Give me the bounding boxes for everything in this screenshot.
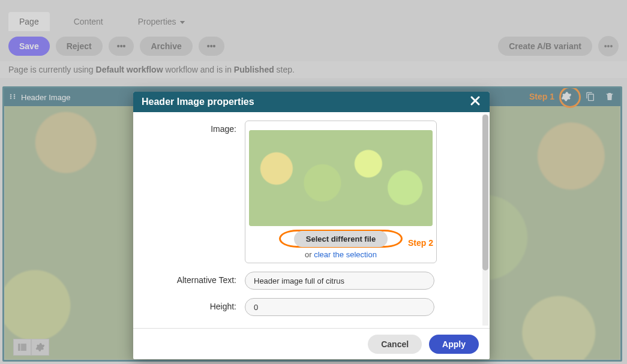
- apply-label: Apply: [442, 339, 466, 349]
- widget-title: Header Image: [21, 93, 70, 102]
- create-ab-button[interactable]: Create A/B variant: [498, 37, 592, 56]
- svg-point-1: [14, 94, 16, 95]
- svg-point-5: [14, 95, 16, 97]
- widget-delete-button[interactable]: [605, 92, 614, 103]
- ellipsis-icon: •••: [604, 41, 613, 51]
- scrollbar-thumb[interactable]: [482, 115, 488, 270]
- dropdown-icon: [178, 17, 185, 26]
- archive-button[interactable]: Archive: [140, 37, 192, 56]
- canvas-layout-button[interactable]: [13, 339, 31, 356]
- toolbar-more-button[interactable]: •••: [598, 36, 619, 56]
- workflow-mid: workflow and is in: [163, 65, 234, 74]
- modal-footer: Cancel Apply: [133, 328, 490, 359]
- label-image: Image:: [144, 121, 245, 134]
- tab-properties-label: Properties: [138, 17, 176, 26]
- tab-content-label: Content: [74, 17, 103, 26]
- reject-label: Reject: [67, 41, 92, 51]
- svg-point-4: [10, 95, 12, 97]
- gear-icon: [561, 91, 572, 104]
- modal-close-button[interactable]: [469, 95, 481, 109]
- tab-content[interactable]: Content: [63, 12, 114, 31]
- alt-text-input[interactable]: [245, 272, 434, 290]
- clear-selection-link[interactable]: clear the selection: [314, 250, 377, 259]
- widget-copy-button[interactable]: [586, 92, 595, 103]
- label-height: Height:: [144, 298, 245, 311]
- cancel-button[interactable]: Cancel: [368, 335, 422, 354]
- archive-label: Archive: [151, 41, 181, 51]
- drag-handle-icon[interactable]: [9, 93, 16, 102]
- svg-point-2: [10, 97, 12, 99]
- height-input[interactable]: [245, 298, 434, 316]
- ellipsis-icon: •••: [117, 41, 126, 51]
- annotation-step1-label: Step 1: [529, 92, 554, 101]
- cancel-label: Cancel: [381, 339, 409, 349]
- ellipsis-icon: •••: [207, 41, 216, 51]
- annotation-ring-step2: Select different file: [279, 230, 403, 248]
- top-tabs: Page Content Properties: [0, 0, 627, 31]
- clear-selection-line: or clear the selection: [305, 250, 377, 259]
- tab-page[interactable]: Page: [8, 12, 50, 31]
- row-height: Height:: [144, 298, 479, 316]
- modal-scrollbar[interactable]: [482, 115, 488, 326]
- modal-title: Header Image properties: [142, 97, 254, 107]
- modal-header: Header Image properties: [133, 92, 490, 112]
- canvas-bottom-controls: [13, 339, 49, 356]
- close-icon: [469, 98, 481, 109]
- modal-body: Image: Select different file: [133, 112, 490, 328]
- svg-rect-6: [18, 344, 20, 351]
- workflow-status-bar: Page is currently using Default workflow…: [0, 61, 627, 78]
- tab-properties[interactable]: Properties: [127, 12, 197, 31]
- clear-prefix: or: [305, 250, 314, 259]
- select-different-label: Select different file: [306, 234, 376, 243]
- save-label: Save: [19, 41, 39, 51]
- canvas-settings-button[interactable]: [31, 339, 49, 356]
- reject-more-button[interactable]: •••: [109, 37, 134, 56]
- select-different-file-button[interactable]: Select different file: [294, 231, 388, 247]
- annotation-step2-label: Step 2: [408, 238, 433, 248]
- svg-rect-7: [21, 344, 26, 351]
- svg-point-0: [10, 94, 12, 95]
- row-alt-text: Alternative Text:: [144, 272, 479, 290]
- workflow-suffix: step.: [274, 65, 295, 74]
- reject-button[interactable]: Reject: [56, 37, 103, 56]
- action-bar: Save Reject ••• Archive ••• Create A/B v…: [0, 31, 627, 61]
- apply-button[interactable]: Apply: [429, 335, 479, 354]
- svg-point-3: [14, 97, 16, 99]
- widget-settings-button[interactable]: [557, 88, 576, 107]
- workflow-prefix: Page is currently using: [8, 65, 96, 74]
- properties-modal: Header Image properties Image:: [133, 92, 490, 359]
- clear-link-label: clear the selection: [314, 250, 377, 259]
- workflow-step: Published: [234, 65, 274, 74]
- create-ab-label: Create A/B variant: [509, 41, 581, 51]
- tab-page-label: Page: [19, 17, 39, 26]
- workflow-name: Default workflow: [96, 65, 163, 74]
- label-alt: Alternative Text:: [144, 272, 245, 285]
- image-preview: [249, 130, 433, 226]
- save-button[interactable]: Save: [8, 37, 50, 56]
- archive-more-button[interactable]: •••: [199, 37, 224, 56]
